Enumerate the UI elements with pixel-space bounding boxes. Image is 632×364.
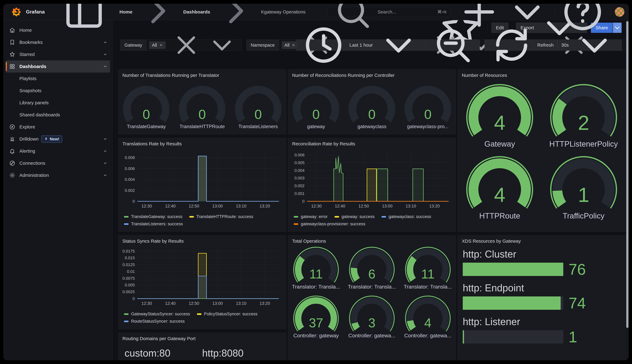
sidebar-item-label: Snapshots bbox=[20, 88, 108, 93]
panel-title[interactable]: Total Operations bbox=[288, 236, 456, 245]
sidebar-item-label: Connections bbox=[20, 160, 103, 166]
chart-legend: gateway: errorgateway: successgatewaycla… bbox=[288, 212, 456, 226]
panel-title[interactable]: Status Syncs Rate by Results bbox=[118, 236, 286, 245]
sidebar-item-library-panels[interactable]: Library panels bbox=[6, 97, 110, 109]
zoom-out-button[interactable] bbox=[426, 40, 480, 50]
panel-title[interactable]: Reconciliation Rate by Results bbox=[288, 138, 456, 147]
time-range-button[interactable]: Last 1 hour bbox=[296, 40, 425, 50]
legend-label: gatewayclass: success bbox=[389, 214, 431, 219]
panel-title[interactable]: Number of Reconciliations Running per Co… bbox=[288, 70, 456, 79]
legend-item[interactable]: gateway: success bbox=[335, 214, 375, 219]
remove-value-icon[interactable] bbox=[292, 43, 295, 47]
time-series-chart[interactable]: 00.0010.0020.0030.0040.0050.00612:3012:4… bbox=[290, 149, 451, 211]
legend-item[interactable]: gatewayclass-provisioner: success bbox=[294, 222, 365, 226]
plus-icon[interactable] bbox=[456, 4, 502, 35]
legend-item[interactable]: gateway: error bbox=[294, 214, 328, 219]
gauge-label: TranslateGateway bbox=[127, 124, 166, 130]
legend-item[interactable]: RouteStatusSyncer: success bbox=[124, 319, 185, 324]
gauge: 11Translator: Transla... bbox=[291, 246, 341, 290]
bar-fill bbox=[463, 296, 561, 310]
panel-status-syncs-rate: Status Syncs Rate by Results 00.00250.00… bbox=[118, 235, 286, 329]
panel-title[interactable]: Translations Rate by Results bbox=[118, 138, 286, 147]
sidebar-item-dashboards[interactable]: Dashboards bbox=[6, 60, 110, 72]
svg-text:13:00: 13:00 bbox=[382, 204, 393, 208]
legend-item[interactable]: TranslateHTTPRoute: success bbox=[189, 214, 253, 219]
refresh-interval-button[interactable]: 30s bbox=[557, 40, 621, 50]
legend-item[interactable]: GatewayStatusSyncer: success bbox=[124, 312, 190, 316]
chevron-down-icon[interactable] bbox=[504, 4, 550, 35]
help-icon[interactable] bbox=[559, 4, 606, 35]
legend-item[interactable]: TranslateGateway: success bbox=[124, 214, 182, 219]
chevron-down-icon bbox=[103, 40, 108, 45]
avatar[interactable] bbox=[615, 7, 624, 17]
sidebar-item-playlists[interactable]: Playlists bbox=[6, 72, 110, 84]
legend-item[interactable]: gatewayclass: success bbox=[382, 214, 431, 219]
gauge-arc: 1 bbox=[547, 155, 620, 210]
sidebar-item-shared-dashboards[interactable]: Shared dashboards bbox=[6, 109, 110, 121]
legend-item[interactable]: TranslateListeners: success bbox=[124, 222, 183, 226]
svg-text:0.006: 0.006 bbox=[294, 153, 304, 157]
sidebar-item-label: Explore bbox=[20, 124, 108, 130]
gauge-arc: 2 bbox=[547, 83, 620, 138]
bell-icon bbox=[9, 148, 15, 154]
breadcrumb-dashboards[interactable]: Dashboards bbox=[183, 9, 210, 14]
legend-swatch bbox=[197, 313, 201, 315]
sidebar-toggle-icon[interactable] bbox=[61, 4, 107, 35]
gauge: 2HTTPListenerPolicy bbox=[547, 83, 620, 148]
svg-text:12:40: 12:40 bbox=[165, 301, 176, 306]
gauge-arc: 4 bbox=[463, 155, 536, 210]
sidebar-item-starred[interactable]: Starred bbox=[6, 48, 110, 60]
bar-value: 74 bbox=[568, 296, 586, 310]
sidebar-item-connections[interactable]: Connections bbox=[6, 157, 110, 169]
sidebar-item-drilldown[interactable]: DrilldownNew! bbox=[6, 133, 110, 145]
legend-label: PolicyStatusSyncer: success bbox=[204, 312, 257, 316]
gauge-label: Controller: gateway bbox=[293, 332, 339, 338]
grafana-logo bbox=[11, 7, 21, 17]
filter-value-chip[interactable]: All bbox=[149, 41, 166, 49]
search-input[interactable] bbox=[378, 9, 437, 14]
time-picker: Last 1 hour bbox=[296, 40, 480, 51]
legend-swatch bbox=[189, 216, 194, 218]
refresh-button[interactable]: Refresh bbox=[485, 40, 557, 50]
gauge-label: TranslateListeners bbox=[238, 124, 278, 130]
svg-text:0.001: 0.001 bbox=[294, 191, 304, 196]
chevron-right-icon bbox=[212, 4, 259, 35]
scrollbar-thumb[interactable] bbox=[626, 21, 628, 328]
sidebar-item-snapshots[interactable]: Snapshots bbox=[6, 84, 110, 97]
sidebar-item-explore[interactable]: Explore bbox=[6, 121, 110, 133]
sidebar-item-label: Starred bbox=[20, 52, 103, 57]
rocket-icon bbox=[44, 137, 48, 141]
search-box[interactable]: ⌘+k bbox=[327, 7, 450, 17]
svg-text:11: 11 bbox=[421, 267, 435, 281]
gauge-label: gateway bbox=[307, 124, 325, 130]
legend-swatch bbox=[124, 313, 129, 315]
gauge: 0TranslateGateway bbox=[121, 85, 172, 130]
remove-value-icon[interactable] bbox=[159, 43, 163, 47]
panel-xds-resources: XDS Resources by Gateway http: Cluster76… bbox=[458, 235, 626, 360]
panel-title[interactable]: Number of Resources bbox=[458, 70, 625, 79]
time-series-chart[interactable]: 00.0020.0040.0060.00812:3012:4012:5013:0… bbox=[121, 149, 281, 211]
breadcrumb-home[interactable]: Home bbox=[119, 9, 132, 14]
sidebar-item-administration[interactable]: Administration bbox=[6, 169, 110, 181]
svg-text:0.015: 0.015 bbox=[125, 256, 135, 260]
sidebar-item-label: Alerting bbox=[20, 148, 103, 154]
bar-gauge: 76 bbox=[463, 263, 621, 276]
sidebar-item-label: Library panels bbox=[20, 100, 108, 105]
panel-title[interactable]: Routing Domains per Gateway Port bbox=[118, 333, 286, 342]
panel-title[interactable]: XDS Resources by Gateway bbox=[458, 236, 625, 245]
filter-label: Gateway bbox=[120, 40, 146, 50]
legend-item[interactable]: PolicyStatusSyncer: success bbox=[197, 312, 257, 316]
time-series-chart[interactable]: 00.00250.0050.00750.010.01250.0150.01751… bbox=[121, 246, 281, 308]
chevron-down-icon bbox=[103, 161, 108, 166]
panel-title[interactable]: Number of Translations Running per Trans… bbox=[118, 70, 286, 79]
scrollbar[interactable] bbox=[626, 4, 629, 360]
gauge: 0gateway bbox=[290, 85, 342, 130]
chevron-right-icon bbox=[135, 4, 181, 35]
sidebar-item-label: Shared dashboards bbox=[20, 112, 108, 118]
new-button[interactable] bbox=[456, 4, 550, 35]
sidebar-item-alerting[interactable]: Alerting bbox=[6, 145, 110, 157]
sidebar-item-bookmarks[interactable]: Bookmarks bbox=[6, 36, 110, 48]
sidebar-item-label: Drilldown bbox=[20, 136, 39, 142]
legend-label: TranslateGateway: success bbox=[131, 214, 182, 219]
filter-value-chip[interactable]: All bbox=[282, 41, 298, 49]
